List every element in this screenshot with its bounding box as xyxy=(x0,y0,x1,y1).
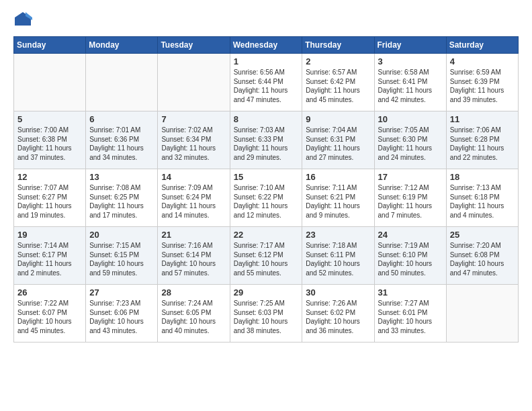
calendar-cell: 13Sunrise: 7:08 AMSunset: 6:25 PMDayligh… xyxy=(86,169,158,227)
cell-text: Sunrise: 7:14 AMSunset: 6:17 PMDaylight:… xyxy=(17,241,82,277)
cell-text: Sunrise: 7:25 AMSunset: 6:03 PMDaylight:… xyxy=(234,299,299,335)
calendar-cell: 16Sunrise: 7:11 AMSunset: 6:21 PMDayligh… xyxy=(302,169,374,227)
calendar-cell: 28Sunrise: 7:24 AMSunset: 6:05 PMDayligh… xyxy=(158,285,230,342)
day-number: 6 xyxy=(89,114,154,124)
calendar-header-monday: Monday xyxy=(86,37,158,54)
day-number: 23 xyxy=(306,230,370,240)
calendar-cell xyxy=(14,54,86,111)
calendar-cell xyxy=(158,54,230,111)
calendar-week-4: 19Sunrise: 7:14 AMSunset: 6:17 PMDayligh… xyxy=(14,227,519,285)
day-number: 22 xyxy=(234,230,299,240)
calendar-cell: 7Sunrise: 7:02 AMSunset: 6:34 PMDaylight… xyxy=(158,111,230,169)
cell-text: Sunrise: 7:18 AMSunset: 6:11 PMDaylight:… xyxy=(306,241,370,277)
calendar-header-saturday: Saturday xyxy=(446,37,518,54)
calendar-cell: 29Sunrise: 7:25 AMSunset: 6:03 PMDayligh… xyxy=(230,285,302,342)
day-number: 19 xyxy=(17,230,82,240)
logo-icon xyxy=(13,11,32,30)
calendar-cell: 25Sunrise: 7:20 AMSunset: 6:08 PMDayligh… xyxy=(446,227,518,285)
cell-text: Sunrise: 7:04 AMSunset: 6:31 PMDaylight:… xyxy=(306,126,370,162)
calendar-cell: 1Sunrise: 6:56 AMSunset: 6:44 PMDaylight… xyxy=(230,54,302,111)
calendar-week-1: 1Sunrise: 6:56 AMSunset: 6:44 PMDaylight… xyxy=(14,54,519,111)
calendar-header-tuesday: Tuesday xyxy=(158,37,230,54)
calendar-cell: 6Sunrise: 7:01 AMSunset: 6:36 PMDaylight… xyxy=(86,111,158,169)
calendar-cell: 2Sunrise: 6:57 AMSunset: 6:42 PMDaylight… xyxy=(302,54,374,111)
cell-text: Sunrise: 7:00 AMSunset: 6:38 PMDaylight:… xyxy=(17,126,82,162)
day-number: 18 xyxy=(450,172,515,182)
day-number: 13 xyxy=(89,172,154,182)
logo xyxy=(13,11,35,30)
calendar-cell: 23Sunrise: 7:18 AMSunset: 6:11 PMDayligh… xyxy=(302,227,374,285)
calendar-cell: 30Sunrise: 7:26 AMSunset: 6:02 PMDayligh… xyxy=(302,285,374,342)
cell-text: Sunrise: 7:06 AMSunset: 6:28 PMDaylight:… xyxy=(450,126,515,162)
day-number: 28 xyxy=(161,287,226,298)
cell-text: Sunrise: 7:13 AMSunset: 6:18 PMDaylight:… xyxy=(450,183,515,220)
header xyxy=(13,11,519,30)
day-number: 26 xyxy=(17,287,82,298)
day-number: 7 xyxy=(161,114,226,124)
calendar-header-sunday: Sunday xyxy=(14,37,86,54)
calendar-cell: 5Sunrise: 7:00 AMSunset: 6:38 PMDaylight… xyxy=(14,111,86,169)
day-number: 20 xyxy=(89,230,154,240)
cell-text: Sunrise: 7:22 AMSunset: 6:07 PMDaylight:… xyxy=(17,299,82,335)
calendar-cell: 18Sunrise: 7:13 AMSunset: 6:18 PMDayligh… xyxy=(446,169,518,227)
day-number: 4 xyxy=(450,56,515,66)
calendar-cell: 19Sunrise: 7:14 AMSunset: 6:17 PMDayligh… xyxy=(14,227,86,285)
cell-text: Sunrise: 7:23 AMSunset: 6:06 PMDaylight:… xyxy=(89,299,154,335)
cell-text: Sunrise: 7:17 AMSunset: 6:12 PMDaylight:… xyxy=(234,241,299,277)
day-number: 8 xyxy=(234,114,299,124)
day-number: 11 xyxy=(450,114,515,124)
calendar-header-friday: Friday xyxy=(374,37,446,54)
cell-text: Sunrise: 7:07 AMSunset: 6:27 PMDaylight:… xyxy=(17,183,82,220)
cell-text: Sunrise: 7:02 AMSunset: 6:34 PMDaylight:… xyxy=(161,126,226,162)
calendar-cell: 12Sunrise: 7:07 AMSunset: 6:27 PMDayligh… xyxy=(14,169,86,227)
page: SundayMondayTuesdayWednesdayThursdayFrid… xyxy=(0,0,532,411)
cell-text: Sunrise: 7:10 AMSunset: 6:22 PMDaylight:… xyxy=(234,183,299,220)
day-number: 5 xyxy=(17,114,82,124)
calendar-header-thursday: Thursday xyxy=(302,37,374,54)
calendar-header-row: SundayMondayTuesdayWednesdayThursdayFrid… xyxy=(14,37,519,54)
calendar-cell: 26Sunrise: 7:22 AMSunset: 6:07 PMDayligh… xyxy=(14,285,86,342)
calendar-cell: 31Sunrise: 7:27 AMSunset: 6:01 PMDayligh… xyxy=(374,285,446,342)
calendar-cell: 22Sunrise: 7:17 AMSunset: 6:12 PMDayligh… xyxy=(230,227,302,285)
day-number: 9 xyxy=(306,114,370,124)
cell-text: Sunrise: 6:59 AMSunset: 6:39 PMDaylight:… xyxy=(450,68,515,104)
cell-text: Sunrise: 7:03 AMSunset: 6:33 PMDaylight:… xyxy=(234,126,299,162)
day-number: 25 xyxy=(450,230,515,240)
day-number: 17 xyxy=(378,172,443,182)
cell-text: Sunrise: 6:58 AMSunset: 6:41 PMDaylight:… xyxy=(378,68,443,104)
day-number: 3 xyxy=(378,56,443,66)
day-number: 24 xyxy=(378,230,443,240)
cell-text: Sunrise: 7:08 AMSunset: 6:25 PMDaylight:… xyxy=(89,183,154,220)
calendar-table: SundayMondayTuesdayWednesdayThursdayFrid… xyxy=(13,36,519,342)
cell-text: Sunrise: 7:26 AMSunset: 6:02 PMDaylight:… xyxy=(306,299,370,335)
cell-text: Sunrise: 7:19 AMSunset: 6:10 PMDaylight:… xyxy=(378,241,443,277)
day-number: 27 xyxy=(89,287,154,298)
calendar-cell: 15Sunrise: 7:10 AMSunset: 6:22 PMDayligh… xyxy=(230,169,302,227)
calendar-cell: 4Sunrise: 6:59 AMSunset: 6:39 PMDaylight… xyxy=(446,54,518,111)
calendar-cell: 14Sunrise: 7:09 AMSunset: 6:24 PMDayligh… xyxy=(158,169,230,227)
calendar-cell: 24Sunrise: 7:19 AMSunset: 6:10 PMDayligh… xyxy=(374,227,446,285)
cell-text: Sunrise: 7:01 AMSunset: 6:36 PMDaylight:… xyxy=(89,126,154,162)
day-number: 31 xyxy=(378,287,443,298)
day-number: 16 xyxy=(306,172,370,182)
cell-text: Sunrise: 6:56 AMSunset: 6:44 PMDaylight:… xyxy=(234,68,299,104)
cell-text: Sunrise: 7:16 AMSunset: 6:14 PMDaylight:… xyxy=(161,241,226,277)
day-number: 1 xyxy=(234,56,299,66)
calendar-header-wednesday: Wednesday xyxy=(230,37,302,54)
day-number: 15 xyxy=(234,172,299,182)
cell-text: Sunrise: 7:11 AMSunset: 6:21 PMDaylight:… xyxy=(306,183,370,220)
calendar-cell xyxy=(86,54,158,111)
day-number: 14 xyxy=(161,172,226,182)
calendar-week-3: 12Sunrise: 7:07 AMSunset: 6:27 PMDayligh… xyxy=(14,169,519,227)
day-number: 10 xyxy=(378,114,443,124)
calendar-cell: 20Sunrise: 7:15 AMSunset: 6:15 PMDayligh… xyxy=(86,227,158,285)
cell-text: Sunrise: 7:12 AMSunset: 6:19 PMDaylight:… xyxy=(378,183,443,220)
day-number: 29 xyxy=(234,287,299,298)
cell-text: Sunrise: 7:15 AMSunset: 6:15 PMDaylight:… xyxy=(89,241,154,277)
cell-text: Sunrise: 7:05 AMSunset: 6:30 PMDaylight:… xyxy=(378,126,443,162)
calendar-week-5: 26Sunrise: 7:22 AMSunset: 6:07 PMDayligh… xyxy=(14,285,519,342)
cell-text: Sunrise: 6:57 AMSunset: 6:42 PMDaylight:… xyxy=(306,68,370,104)
day-number: 30 xyxy=(306,287,370,298)
calendar-cell: 27Sunrise: 7:23 AMSunset: 6:06 PMDayligh… xyxy=(86,285,158,342)
cell-text: Sunrise: 7:27 AMSunset: 6:01 PMDaylight:… xyxy=(378,299,443,335)
